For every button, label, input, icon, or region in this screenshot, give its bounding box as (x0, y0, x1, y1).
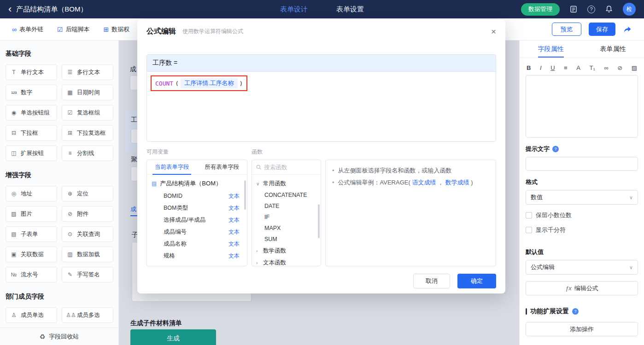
canvas-tab-fragment: 成 (130, 205, 136, 213)
field-row[interactable]: BOMID文本 (147, 190, 247, 202)
palette-item-address[interactable]: ◎地址 (6, 186, 57, 201)
cancel-button[interactable]: 取消 (413, 274, 450, 288)
confirm-button[interactable]: 确定 (457, 274, 496, 288)
func-item[interactable]: SUM (252, 234, 321, 245)
palette-item-multi-line-text[interactable]: ☰多行文本 (62, 64, 113, 80)
nav-tab-form-design[interactable]: 表单设计 (280, 5, 308, 14)
tab-form-properties[interactable]: 表单属性 (582, 40, 644, 58)
font-color-icon[interactable]: A (576, 64, 580, 71)
palette-item-image[interactable]: ▨图片 (6, 206, 57, 222)
hint-help-icon[interactable]: ? (552, 146, 559, 152)
func-item[interactable]: MAPX (252, 223, 321, 234)
palette-item-location[interactable]: ⊕定位 (62, 186, 113, 201)
variables-tabs: 当前表单字段 所有表单字段 (147, 160, 247, 175)
search-input[interactable] (264, 164, 316, 171)
default-value-select[interactable]: 公式编辑 ∨ (526, 260, 638, 275)
decimal-checkbox[interactable] (526, 212, 532, 218)
underline-icon[interactable]: U (550, 64, 555, 71)
bell-icon[interactable] (604, 5, 614, 14)
avatar[interactable]: 检 (623, 3, 636, 16)
italic-icon[interactable]: I (540, 64, 542, 71)
field-row[interactable]: 成品名称文本 (147, 238, 247, 250)
form-root-node[interactable]: ▤ 产品结构清单（BOM） (147, 175, 247, 190)
bold-icon[interactable]: B (527, 64, 531, 71)
functions-panel: ∨ 常用函数 CONCATENATE DATE IF MAPX SUM › 数学… (252, 160, 321, 266)
palette-item-checkbox-group[interactable]: ☑复选框组 (62, 105, 113, 121)
data-permission-label: 数据权 (111, 25, 129, 34)
back-icon[interactable]: ‹ (8, 1, 12, 17)
share-icon[interactable] (623, 25, 632, 34)
field-row[interactable]: 选择成品/半成品文本 (147, 214, 247, 226)
canvas-field-label: 成 (130, 65, 136, 74)
func-item[interactable]: CONCATENATE (252, 190, 321, 201)
palette-item-linked-data[interactable]: ▣关联数据 (6, 247, 57, 262)
palette-item-member-multi[interactable]: ♙♙成员多选 (62, 307, 113, 323)
backend-script-item[interactable]: ☑ 后端脚本 (57, 25, 90, 34)
extension-help-icon[interactable]: ? (572, 308, 579, 315)
calendar-icon: ▦ (66, 89, 74, 96)
workflow-icon[interactable] (569, 5, 578, 14)
help-icon[interactable]: ? (587, 6, 595, 13)
preview-button[interactable]: 预览 (552, 23, 581, 36)
palette-item-member-single[interactable]: ♙成员单选 (6, 307, 57, 323)
palette-item-divider[interactable]: ≡分割线 (62, 145, 113, 161)
palette-item-serial-number[interactable]: №流水号 (6, 267, 57, 282)
formula-open-paren: ( (175, 80, 179, 87)
align-icon[interactable]: ≡ (564, 64, 568, 71)
hint-example-comma: ， (438, 179, 444, 186)
formula-editor-area[interactable]: COUNT ( 工序详情.工序名称 ) (147, 71, 496, 141)
modal-subtitle: 使用数学运算符编辑公式 (182, 28, 243, 35)
func-item[interactable]: DATE (252, 201, 321, 212)
default-value: 公式编辑 (531, 263, 555, 271)
decimal-checkbox-row[interactable]: 保留小数位数 (526, 211, 638, 219)
close-icon[interactable]: × (491, 27, 496, 36)
nav-tab-form-settings[interactable]: 表单设置 (336, 5, 364, 14)
field-row[interactable]: 成品编号文本 (147, 226, 247, 238)
unlink-icon[interactable]: ⊘ (617, 64, 622, 71)
link-icon[interactable]: ∞ (604, 64, 608, 71)
data-permission-item[interactable]: ⊞ 数据权 (104, 25, 130, 34)
func-item[interactable]: IF (252, 212, 321, 223)
tab-current-form-fields[interactable]: 当前表单字段 (147, 160, 197, 174)
save-button[interactable]: 保存 (589, 23, 615, 36)
palette-item-subform[interactable]: ▤子表单 (6, 226, 57, 242)
palette-item-data-load[interactable]: ▥数据加载 (62, 247, 113, 262)
generate-button[interactable]: 生成 (130, 329, 216, 345)
palette-item-dropdown-multi[interactable]: ⊞下拉复选框 (62, 125, 113, 141)
palette-item-dropdown[interactable]: ⊟下拉框 (6, 125, 57, 141)
palette-item-attachment[interactable]: ⊘附件 (62, 206, 113, 222)
scrollbar-thumb[interactable] (244, 180, 246, 210)
palette-item-single-line-text[interactable]: T单行文本 (6, 64, 57, 80)
func-group-math[interactable]: › 数学函数 (252, 245, 321, 257)
font-size-icon[interactable]: T₁ (589, 64, 595, 71)
palette-item-signature[interactable]: ✎手写签名 (62, 267, 113, 282)
tab-all-form-fields[interactable]: 所有表单字段 (197, 160, 247, 174)
palette-item-datetime[interactable]: ▦日期时间 (62, 85, 113, 100)
radio-icon: ◉ (10, 109, 18, 116)
palette-item-radio-group[interactable]: ◉单选按钮组 (6, 105, 57, 121)
field-title-editor[interactable] (526, 75, 638, 138)
palette-item-label: 关联数据 (21, 251, 44, 259)
tab-field-properties[interactable]: 字段属性 (520, 40, 582, 58)
func-group-common[interactable]: ∨ 常用函数 (252, 178, 321, 190)
field-recycle-bin[interactable]: ♻ 字段回收站 (0, 328, 118, 345)
palette-item-extend-button[interactable]: ◫扩展按钮 (6, 145, 57, 161)
field-row[interactable]: 规格文本 (147, 250, 247, 262)
field-row[interactable]: BOM类型文本 (147, 202, 247, 214)
thousand-checkbox-row[interactable]: 显示千分符 (526, 226, 638, 234)
palette-item-label: 关联查询 (77, 230, 100, 238)
palette-item-label: 图片 (21, 210, 32, 218)
func-group-text[interactable]: › 文本函数 (252, 257, 321, 266)
formula-field-pill[interactable]: 工序详情.工序名称 (181, 78, 238, 88)
scrollbar-thumb[interactable] (318, 204, 320, 238)
palette-item-number[interactable]: 123数字 (6, 85, 57, 100)
palette-item-lookup-query[interactable]: ⊙关联查询 (62, 226, 113, 242)
hint-text-input[interactable] (526, 157, 638, 171)
edit-formula-button[interactable]: ƒx 编辑公式 (526, 281, 638, 295)
thousand-checkbox[interactable] (526, 227, 532, 233)
external-link-item[interactable]: ∞ 表单外链 (12, 25, 43, 34)
add-action-button[interactable]: 添加操作 (526, 322, 638, 336)
data-manage-button[interactable]: 数据管理 (521, 3, 560, 16)
image-icon[interactable]: ▨ (632, 64, 637, 71)
format-select[interactable]: 数值 ∨ (526, 190, 638, 205)
